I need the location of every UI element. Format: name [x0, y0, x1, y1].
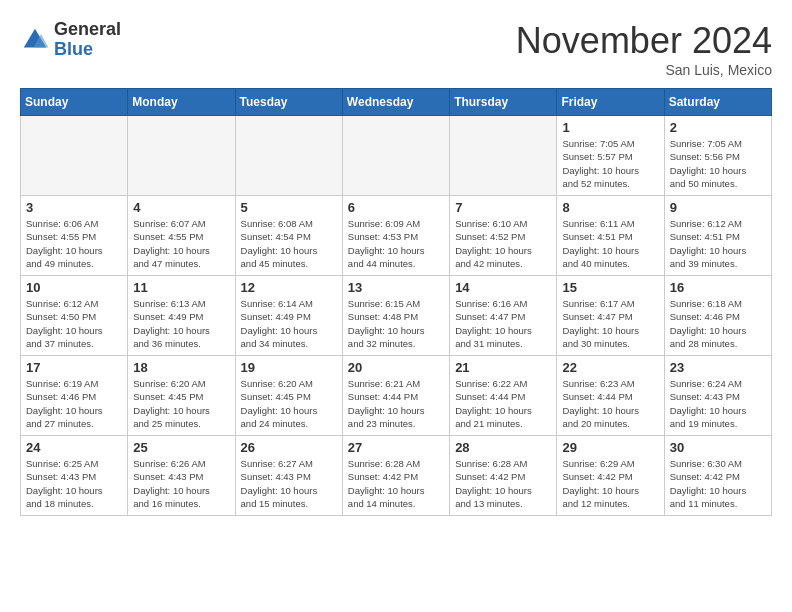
calendar-header-row: SundayMondayTuesdayWednesdayThursdayFrid…: [21, 89, 772, 116]
col-header-thursday: Thursday: [450, 89, 557, 116]
day-info: Sunrise: 7:05 AM Sunset: 5:56 PM Dayligh…: [670, 137, 766, 190]
day-info: Sunrise: 6:12 AM Sunset: 4:50 PM Dayligh…: [26, 297, 122, 350]
logo-blue: Blue: [54, 40, 121, 60]
day-number: 24: [26, 440, 122, 455]
day-info: Sunrise: 6:16 AM Sunset: 4:47 PM Dayligh…: [455, 297, 551, 350]
calendar-cell: 1Sunrise: 7:05 AM Sunset: 5:57 PM Daylig…: [557, 116, 664, 196]
calendar-week-row: 1Sunrise: 7:05 AM Sunset: 5:57 PM Daylig…: [21, 116, 772, 196]
calendar-cell: 15Sunrise: 6:17 AM Sunset: 4:47 PM Dayli…: [557, 276, 664, 356]
day-number: 15: [562, 280, 658, 295]
calendar-cell: 25Sunrise: 6:26 AM Sunset: 4:43 PM Dayli…: [128, 436, 235, 516]
col-header-wednesday: Wednesday: [342, 89, 449, 116]
day-info: Sunrise: 6:27 AM Sunset: 4:43 PM Dayligh…: [241, 457, 337, 510]
col-header-saturday: Saturday: [664, 89, 771, 116]
day-info: Sunrise: 6:23 AM Sunset: 4:44 PM Dayligh…: [562, 377, 658, 430]
calendar-week-row: 24Sunrise: 6:25 AM Sunset: 4:43 PM Dayli…: [21, 436, 772, 516]
day-number: 4: [133, 200, 229, 215]
day-number: 10: [26, 280, 122, 295]
day-info: Sunrise: 6:28 AM Sunset: 4:42 PM Dayligh…: [348, 457, 444, 510]
calendar-cell: 11Sunrise: 6:13 AM Sunset: 4:49 PM Dayli…: [128, 276, 235, 356]
day-number: 2: [670, 120, 766, 135]
calendar-cell: 30Sunrise: 6:30 AM Sunset: 4:42 PM Dayli…: [664, 436, 771, 516]
day-info: Sunrise: 7:05 AM Sunset: 5:57 PM Dayligh…: [562, 137, 658, 190]
day-number: 12: [241, 280, 337, 295]
calendar-cell: 13Sunrise: 6:15 AM Sunset: 4:48 PM Dayli…: [342, 276, 449, 356]
day-info: Sunrise: 6:11 AM Sunset: 4:51 PM Dayligh…: [562, 217, 658, 270]
day-number: 26: [241, 440, 337, 455]
logo: General Blue: [20, 20, 121, 60]
day-number: 13: [348, 280, 444, 295]
day-number: 16: [670, 280, 766, 295]
calendar-cell: 6Sunrise: 6:09 AM Sunset: 4:53 PM Daylig…: [342, 196, 449, 276]
calendar-cell: 20Sunrise: 6:21 AM Sunset: 4:44 PM Dayli…: [342, 356, 449, 436]
day-info: Sunrise: 6:21 AM Sunset: 4:44 PM Dayligh…: [348, 377, 444, 430]
title-block: November 2024 San Luis, Mexico: [516, 20, 772, 78]
calendar-cell: 3Sunrise: 6:06 AM Sunset: 4:55 PM Daylig…: [21, 196, 128, 276]
day-info: Sunrise: 6:13 AM Sunset: 4:49 PM Dayligh…: [133, 297, 229, 350]
calendar-cell: 10Sunrise: 6:12 AM Sunset: 4:50 PM Dayli…: [21, 276, 128, 356]
day-info: Sunrise: 6:25 AM Sunset: 4:43 PM Dayligh…: [26, 457, 122, 510]
day-number: 14: [455, 280, 551, 295]
day-info: Sunrise: 6:12 AM Sunset: 4:51 PM Dayligh…: [670, 217, 766, 270]
day-info: Sunrise: 6:28 AM Sunset: 4:42 PM Dayligh…: [455, 457, 551, 510]
page-header: General Blue November 2024 San Luis, Mex…: [20, 20, 772, 78]
calendar-cell: 7Sunrise: 6:10 AM Sunset: 4:52 PM Daylig…: [450, 196, 557, 276]
day-info: Sunrise: 6:07 AM Sunset: 4:55 PM Dayligh…: [133, 217, 229, 270]
day-info: Sunrise: 6:08 AM Sunset: 4:54 PM Dayligh…: [241, 217, 337, 270]
day-info: Sunrise: 6:20 AM Sunset: 4:45 PM Dayligh…: [133, 377, 229, 430]
calendar-cell: 22Sunrise: 6:23 AM Sunset: 4:44 PM Dayli…: [557, 356, 664, 436]
day-info: Sunrise: 6:30 AM Sunset: 4:42 PM Dayligh…: [670, 457, 766, 510]
day-number: 30: [670, 440, 766, 455]
col-header-tuesday: Tuesday: [235, 89, 342, 116]
day-number: 22: [562, 360, 658, 375]
calendar-cell: 8Sunrise: 6:11 AM Sunset: 4:51 PM Daylig…: [557, 196, 664, 276]
calendar-cell: 16Sunrise: 6:18 AM Sunset: 4:46 PM Dayli…: [664, 276, 771, 356]
calendar-cell: 29Sunrise: 6:29 AM Sunset: 4:42 PM Dayli…: [557, 436, 664, 516]
col-header-friday: Friday: [557, 89, 664, 116]
calendar-cell: [235, 116, 342, 196]
col-header-monday: Monday: [128, 89, 235, 116]
calendar-cell: 24Sunrise: 6:25 AM Sunset: 4:43 PM Dayli…: [21, 436, 128, 516]
calendar-cell: 28Sunrise: 6:28 AM Sunset: 4:42 PM Dayli…: [450, 436, 557, 516]
day-number: 29: [562, 440, 658, 455]
day-number: 25: [133, 440, 229, 455]
calendar-cell: [21, 116, 128, 196]
day-info: Sunrise: 6:19 AM Sunset: 4:46 PM Dayligh…: [26, 377, 122, 430]
day-info: Sunrise: 6:18 AM Sunset: 4:46 PM Dayligh…: [670, 297, 766, 350]
logo-general: General: [54, 20, 121, 40]
calendar-cell: 4Sunrise: 6:07 AM Sunset: 4:55 PM Daylig…: [128, 196, 235, 276]
day-number: 5: [241, 200, 337, 215]
calendar-cell: 19Sunrise: 6:20 AM Sunset: 4:45 PM Dayli…: [235, 356, 342, 436]
calendar-cell: 5Sunrise: 6:08 AM Sunset: 4:54 PM Daylig…: [235, 196, 342, 276]
day-number: 17: [26, 360, 122, 375]
day-number: 28: [455, 440, 551, 455]
day-number: 18: [133, 360, 229, 375]
calendar-table: SundayMondayTuesdayWednesdayThursdayFrid…: [20, 88, 772, 516]
day-info: Sunrise: 6:10 AM Sunset: 4:52 PM Dayligh…: [455, 217, 551, 270]
day-number: 8: [562, 200, 658, 215]
day-info: Sunrise: 6:15 AM Sunset: 4:48 PM Dayligh…: [348, 297, 444, 350]
day-info: Sunrise: 6:14 AM Sunset: 4:49 PM Dayligh…: [241, 297, 337, 350]
day-info: Sunrise: 6:06 AM Sunset: 4:55 PM Dayligh…: [26, 217, 122, 270]
calendar-cell: 9Sunrise: 6:12 AM Sunset: 4:51 PM Daylig…: [664, 196, 771, 276]
calendar-cell: 2Sunrise: 7:05 AM Sunset: 5:56 PM Daylig…: [664, 116, 771, 196]
location: San Luis, Mexico: [516, 62, 772, 78]
day-number: 27: [348, 440, 444, 455]
calendar-cell: 18Sunrise: 6:20 AM Sunset: 4:45 PM Dayli…: [128, 356, 235, 436]
day-number: 20: [348, 360, 444, 375]
day-number: 19: [241, 360, 337, 375]
day-info: Sunrise: 6:17 AM Sunset: 4:47 PM Dayligh…: [562, 297, 658, 350]
calendar-week-row: 17Sunrise: 6:19 AM Sunset: 4:46 PM Dayli…: [21, 356, 772, 436]
day-number: 21: [455, 360, 551, 375]
calendar-cell: 17Sunrise: 6:19 AM Sunset: 4:46 PM Dayli…: [21, 356, 128, 436]
day-number: 11: [133, 280, 229, 295]
calendar-cell: [450, 116, 557, 196]
calendar-cell: 23Sunrise: 6:24 AM Sunset: 4:43 PM Dayli…: [664, 356, 771, 436]
col-header-sunday: Sunday: [21, 89, 128, 116]
calendar-week-row: 3Sunrise: 6:06 AM Sunset: 4:55 PM Daylig…: [21, 196, 772, 276]
day-number: 1: [562, 120, 658, 135]
day-number: 6: [348, 200, 444, 215]
calendar-cell: 14Sunrise: 6:16 AM Sunset: 4:47 PM Dayli…: [450, 276, 557, 356]
day-info: Sunrise: 6:20 AM Sunset: 4:45 PM Dayligh…: [241, 377, 337, 430]
day-info: Sunrise: 6:22 AM Sunset: 4:44 PM Dayligh…: [455, 377, 551, 430]
